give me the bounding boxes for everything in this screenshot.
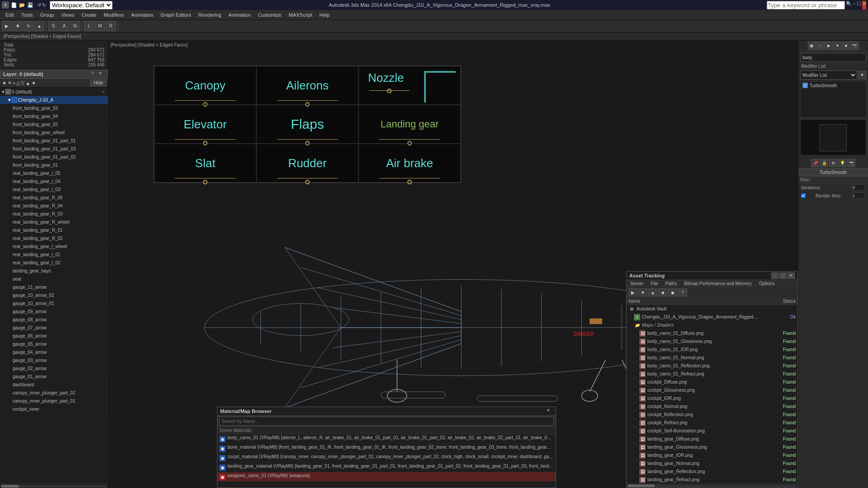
mat-close-btn[interactable]: ✕ (547, 408, 553, 414)
at-row-lg-ior[interactable]: 🖼 landing_gear_IOR.png Found (627, 451, 797, 460)
asset-restore-btn[interactable]: □ (779, 272, 787, 279)
mat-row-1[interactable]: ▣ bone_material (VRayMtl) [front_landing… (217, 444, 556, 453)
layer-item-rlgl04[interactable]: rear_landing_gear_l_04··· (0, 177, 108, 185)
search-btn[interactable]: 🔍 (846, 1, 852, 9)
layer-item-seat[interactable]: seat··· (0, 275, 108, 283)
layer-tool-1[interactable]: ▼ (2, 80, 7, 86)
layer-item-g04[interactable]: gauge_04_arrow··· (0, 348, 108, 356)
asset-scrollbar-h[interactable] (627, 483, 797, 488)
render-iters-checkbox[interactable] (801, 193, 806, 198)
at-row-ckpt-gloss[interactable]: 🖼 cockpit_Glossiness.png Found (627, 386, 797, 394)
layer-tool-4[interactable]: △ (16, 80, 20, 86)
asset-minimize-btn[interactable]: − (771, 272, 778, 279)
at-row-ckpt-refl[interactable]: 🖼 cockpit_Reflection.png Found (627, 411, 797, 419)
menu-edit[interactable]: Edit (2, 10, 18, 20)
at-row-ckpt-diffuse[interactable]: 🖼 cockpit_Diffuse.png Found (627, 378, 797, 386)
layer-hide-btn[interactable]: Hide (90, 80, 106, 86)
layer-item-rlgl01[interactable]: rear_landing_gear_l_01··· (0, 250, 108, 258)
layer-item-flg01[interactable]: front_landing_gear_01··· (0, 161, 108, 169)
layer-item-rlgr04[interactable]: rear_landing_gear_R_04··· (0, 202, 108, 210)
menu-animation2[interactable]: Animation (225, 10, 255, 20)
at-row-lg-refract[interactable]: 🖼 landing_gear_Refract.png Found (627, 476, 797, 483)
layer-item-rlgr01[interactable]: rear_landing_gear_R_01··· (0, 226, 108, 234)
menu-views[interactable]: Views (57, 10, 78, 20)
layer-item-cipp2[interactable]: canopy_inner_plunger_part_02··· (0, 389, 108, 397)
render-iters-input[interactable] (852, 192, 865, 199)
asset-menu-file[interactable]: File (647, 280, 661, 287)
rp-btn-2[interactable]: □ (816, 42, 825, 50)
save-btn[interactable]: 💾 (27, 2, 33, 8)
layer-item-g06[interactable]: gauge_06_arrow··· (0, 332, 108, 340)
asset-menu-options[interactable]: Options (755, 280, 778, 287)
workspace-selector[interactable]: Workspace: Default (50, 1, 113, 9)
layer-item-cockpit[interactable]: cockpit_inner··· (0, 405, 108, 413)
at-row-lg-diffuse[interactable]: 🖼 landing_gear_Diffuse.png Found (627, 435, 797, 443)
layer-item-rlgr02[interactable]: rear_landing_gear_R_02··· (0, 234, 108, 242)
mat-list[interactable]: ▣ body_camo_01 (VRayMtl) [aileron_L, ail… (217, 434, 556, 488)
layer-item-rlgl02[interactable]: rear_landing_gear_l_02··· (0, 258, 108, 267)
rp-btn-5[interactable]: ■ (842, 42, 850, 50)
rp-btn-1[interactable]: ▣ (808, 42, 816, 50)
lock-btn[interactable]: 🔒 (820, 159, 828, 167)
layer-item-flgw[interactable]: front_landing_gear_wheel··· (0, 128, 108, 136)
layer-item-flg03[interactable]: front_landing_gear_03··· (0, 104, 108, 112)
modifier-input[interactable] (800, 53, 866, 62)
layer-item-rlgrw[interactable]: rear_landing_gear_R_wheel··· (0, 218, 108, 226)
at-row-body-refl[interactable]: 🖼 body_camo_01_Reflection.png Found (627, 362, 797, 370)
move-btn[interactable]: ✚ (13, 21, 23, 31)
modifier-dropdown[interactable]: Modifier List (800, 70, 857, 80)
menu-animation[interactable]: Animation (127, 10, 157, 20)
at-row-body-gloss[interactable]: 🖼 body_camo_01_Glossiness.png Found (627, 338, 797, 346)
mat-row-3[interactable]: ▣ landing_gear_material (VRayMtl) [landi… (217, 463, 556, 472)
material-btn[interactable]: M (95, 21, 105, 31)
redo-btn[interactable]: ↻ (42, 2, 46, 8)
open-btn[interactable]: 📂 (19, 2, 25, 8)
render-btn[interactable]: R (106, 21, 116, 31)
percent-btn[interactable]: % (70, 21, 80, 31)
close-btn[interactable]: ✕ (862, 1, 866, 9)
asset-scroll-thumb[interactable] (627, 484, 655, 487)
at-row-mainfile[interactable]: 3 Chengdu_J10_A_Vigorous_Dragon_Armament… (627, 313, 797, 321)
menu-rendering[interactable]: Rendering (195, 10, 225, 20)
left-scroll-thumb[interactable] (1, 485, 19, 488)
layer-item-flg02[interactable]: front_landing_gear_02··· (0, 120, 108, 128)
layer-tool-2[interactable]: ✕ (8, 80, 12, 86)
layer-close-btn[interactable]: ✕ (99, 71, 105, 77)
new-btn[interactable]: 📄 (11, 2, 17, 8)
layer-item-g03[interactable]: gauge_03_arrow··· (0, 356, 108, 364)
at-row-lg-normal[interactable]: 🖼 landing_gear_Normal.png Found (627, 460, 797, 468)
menu-create[interactable]: Create (78, 10, 100, 20)
asset-table[interactable]: 🏛 Autodesk Vault 3 Chengdu_J10_A_Vigorou… (627, 305, 797, 483)
menu-tools[interactable]: Tools (18, 10, 37, 20)
layer-btn[interactable]: L (84, 21, 94, 31)
layer-tool-7[interactable]: ▼ (31, 80, 36, 86)
layer-item-rlgr03[interactable]: rear_landing_gear_R_03··· (0, 210, 108, 218)
angle-btn[interactable]: A (59, 21, 69, 31)
rp-btn-3[interactable]: ▶ (825, 42, 833, 50)
asset-tb-5[interactable]: ◆ (668, 288, 677, 296)
search-input[interactable] (767, 1, 845, 9)
layer-item-rlglw[interactable]: rear_landing_gear_l_wheel··· (0, 242, 108, 250)
undo-btn[interactable]: ↺ (37, 2, 41, 8)
layer-tool-5[interactable]: ▽ (21, 80, 24, 86)
left-scrollbar[interactable] (0, 483, 108, 488)
select-btn[interactable]: ▶ (2, 21, 12, 31)
layer-item-lgbays[interactable]: landing_gear_bays··· (0, 267, 108, 275)
at-row-lg-refl[interactable]: 🖼 landing_gear_Reflection.png Found (627, 468, 797, 476)
layer-item-g11[interactable]: gauge_11_arrow··· (0, 283, 108, 291)
layer-tool-3[interactable]: + (13, 80, 15, 86)
layer-item-g1002[interactable]: gauge_10_arrow_02··· (0, 291, 108, 299)
layer-item-chengdu[interactable]: ▼ Chengdu_J-10_A ··· (0, 96, 108, 104)
layer-item-rlgl03[interactable]: rear_landing_gear_l_03··· (0, 185, 108, 193)
at-row-body-ior[interactable]: 🖼 body_camo_01_IOR.png Found (627, 346, 797, 354)
menu-customize[interactable]: Customize (255, 10, 285, 20)
layer-item-g05[interactable]: gauge_05_arrow··· (0, 340, 108, 348)
layer-item-g09[interactable]: gauge_09_arrow··· (0, 307, 108, 315)
layer-item-rlgl05[interactable]: rear_landing_gear_l_05··· (0, 169, 108, 177)
layer-help-btn[interactable]: ? (91, 71, 98, 77)
at-row-ckpt-normal[interactable]: 🖼 cockpit_Normal.png Found (627, 403, 797, 411)
snap-btn[interactable]: S (48, 21, 58, 31)
settings-btn[interactable]: ⚙ (829, 159, 837, 167)
maximize-btn[interactable]: ☐ (857, 1, 861, 9)
menu-maxscript[interactable]: MAXScript (285, 10, 316, 20)
